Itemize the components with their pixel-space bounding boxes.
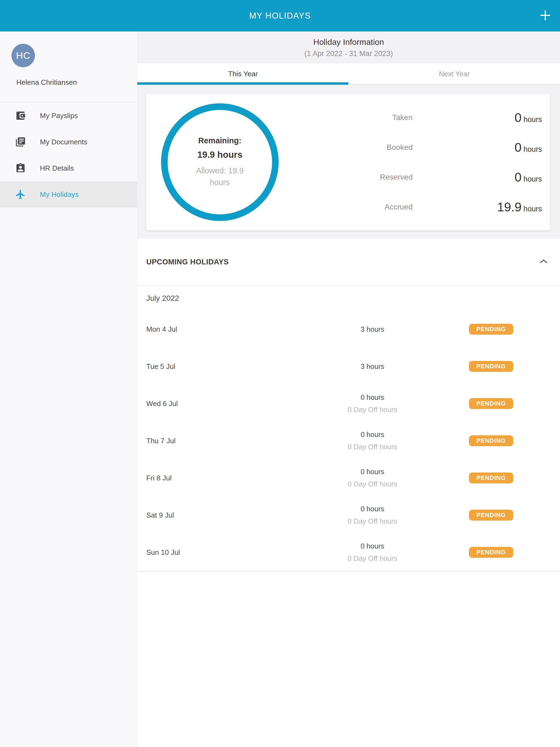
holiday-date: Mon 4 Jul [146, 325, 177, 334]
holiday-date: Sat 9 Jul [146, 511, 174, 519]
holiday-date: Wed 6 Jul [146, 400, 178, 408]
allowed-value: Allowed: 19.9 hours [188, 165, 252, 188]
holiday-hours-main: 0 hours [329, 505, 416, 513]
holiday-hours: 0 hours 0 Day Off hours [329, 430, 416, 451]
holiday-row-tue-5-jul[interactable]: Tue 5 Jul 3 hours PENDING [137, 348, 560, 385]
month-label: July 2022 [137, 286, 560, 311]
holiday-hours-sub: 0 Day Off hours [329, 480, 416, 488]
status-badge: PENDING [469, 398, 513, 409]
holiday-hours-sub: 0 Day Off hours [329, 443, 416, 451]
holiday-hours-main: 0 hours [329, 430, 416, 439]
sidebar-menu: My Payslips My Documents HR Details My H… [0, 103, 137, 208]
stat-value: 0hours [413, 110, 542, 125]
holiday-row-mon-4-jul[interactable]: Mon 4 Jul 3 hours PENDING [137, 311, 560, 348]
avatar: HC [11, 44, 35, 67]
holiday-hours: 0 hours 0 Day Off hours [329, 542, 416, 563]
upcoming-holidays-section: UPCOMING HOLIDAYS July 2022 Mon 4 Jul 3 … [137, 239, 560, 747]
holiday-date: Tue 5 Jul [146, 362, 175, 371]
app-bar: MY HOLIDAYS [0, 0, 560, 31]
holiday-summary-card: Remaining: 19.9 hours Allowed: 19.9 hour… [146, 94, 551, 231]
holiday-row-fri-8-jul[interactable]: Fri 8 Jul 0 hours 0 Day Off hours PENDIN… [137, 459, 560, 496]
holiday-hours-sub: 0 Day Off hours [329, 406, 416, 414]
remaining-hours-ring: Remaining: 19.9 hours Allowed: 19.9 hour… [161, 103, 279, 221]
app-bar-title: MY HOLIDAYS [249, 11, 311, 21]
holiday-date: Fri 8 Jul [146, 474, 172, 482]
holiday-hours-sub: 0 Day Off hours [329, 517, 416, 525]
stat-value: 19.9hours [413, 200, 542, 214]
collapse-section-button[interactable] [538, 256, 550, 268]
holiday-list: Mon 4 Jul 3 hours PENDING Tue 5 Jul 3 ho… [137, 311, 560, 571]
stat-label: Booked [387, 143, 413, 152]
page-title: Holiday Information [137, 37, 560, 47]
sidebar-item-my-documents[interactable]: My Documents [0, 129, 137, 155]
status-badge: PENDING [469, 510, 513, 521]
holiday-row-sat-9-jul[interactable]: Sat 9 Jul 0 hours 0 Day Off hours PENDIN… [137, 496, 560, 534]
stat-unit: hours [524, 115, 542, 124]
sidebar-item-my-payslips[interactable]: My Payslips [0, 103, 137, 129]
stat-value: 0hours [413, 170, 542, 185]
summary-stats: Taken 0hours Booked 0hours Reserved 0hou… [334, 103, 542, 222]
holiday-hours-main: 0 hours [329, 542, 416, 550]
holiday-date: Sun 10 Jul [146, 548, 180, 557]
list-end-divider [137, 571, 560, 571]
user-name: Helena Chritiansen [17, 78, 137, 87]
status-badge: PENDING [469, 361, 513, 372]
documents-icon [15, 136, 26, 147]
remaining-label: Remaining: [198, 136, 241, 145]
holiday-hours-main: 3 hours [329, 362, 416, 371]
remaining-value: 19.9 hours [197, 150, 242, 160]
profile-section: HC Helena Chritiansen [0, 31, 137, 103]
my-holidays-screen: MY HOLIDAYS HC Helena Chritiansen My Pay… [0, 0, 560, 747]
holiday-hours-main: 0 hours [329, 468, 416, 476]
status-badge: PENDING [469, 472, 513, 483]
tab-this-year[interactable]: This Year [137, 63, 349, 84]
holiday-hours-sub: 0 Day Off hours [329, 554, 416, 563]
content-area: Holiday Information (1 Apr 2022 - 31 Mar… [137, 31, 560, 747]
holiday-info-header: Holiday Information (1 Apr 2022 - 31 Mar… [137, 31, 560, 63]
plus-icon [539, 9, 552, 23]
plane-icon [15, 189, 26, 200]
stat-number: 0 [515, 110, 522, 125]
sidebar-item-hr-details[interactable]: HR Details [0, 155, 137, 181]
stat-value: 0hours [413, 140, 542, 155]
hr-details-icon [15, 163, 26, 174]
holiday-hours: 0 hours 0 Day Off hours [329, 393, 416, 414]
upcoming-holidays-header: UPCOMING HOLIDAYS [137, 239, 560, 286]
sidebar: HC Helena Chritiansen My Payslips My Doc… [0, 31, 137, 747]
stat-number: 19.9 [497, 200, 522, 214]
stat-row-reserved: Reserved 0hours [334, 162, 542, 192]
stat-row-accrued: Accrued 19.9hours [334, 192, 542, 222]
holiday-date: Thu 7 Jul [146, 437, 176, 445]
holiday-row-sun-10-jul[interactable]: Sun 10 Jul 0 hours 0 Day Off hours PENDI… [137, 534, 560, 571]
active-tab-underline [137, 82, 349, 85]
stat-row-taken: Taken 0hours [334, 103, 542, 132]
holiday-hours: 0 hours 0 Day Off hours [329, 505, 416, 525]
stat-number: 0 [515, 140, 522, 154]
holiday-hours: 3 hours [329, 362, 416, 371]
add-holiday-button[interactable] [538, 8, 553, 24]
sidebar-item-label: My Payslips [40, 111, 78, 120]
sidebar-item-label: HR Details [40, 164, 74, 173]
stat-unit: hours [524, 145, 542, 153]
tab-next-year[interactable]: Next Year [349, 63, 560, 84]
sidebar-item-my-holidays[interactable]: My Holidays [0, 181, 137, 208]
stat-row-booked: Booked 0hours [334, 132, 542, 162]
stat-label: Reserved [380, 173, 413, 182]
sidebar-item-label: My Documents [40, 138, 87, 146]
upcoming-holidays-title: UPCOMING HOLIDAYS [146, 258, 229, 266]
holiday-hours: 3 hours [329, 325, 416, 334]
holiday-hours: 0 hours 0 Day Off hours [329, 468, 416, 488]
stat-unit: hours [524, 205, 542, 213]
payslips-icon [15, 110, 26, 121]
page-subtitle: (1 Apr 2022 - 31 Mar 2023) [137, 50, 560, 58]
holiday-row-wed-6-jul[interactable]: Wed 6 Jul 0 hours 0 Day Off hours PENDIN… [137, 385, 560, 422]
status-badge: PENDING [469, 435, 513, 446]
holiday-row-thu-7-jul[interactable]: Thu 7 Jul 0 hours 0 Day Off hours PENDIN… [137, 422, 560, 459]
holiday-hours-main: 3 hours [329, 325, 416, 334]
status-badge: PENDING [469, 324, 513, 335]
sidebar-item-label: My Holidays [40, 190, 79, 199]
status-badge: PENDING [469, 547, 513, 558]
year-tabs: This Year Next Year [137, 63, 560, 85]
stat-number: 0 [515, 170, 522, 184]
summary-band: Remaining: 19.9 hours Allowed: 19.9 hour… [137, 85, 560, 239]
